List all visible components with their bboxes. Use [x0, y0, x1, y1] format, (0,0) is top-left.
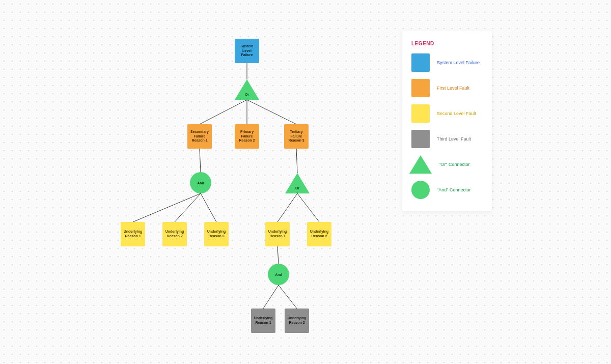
svg-line-5: [296, 149, 297, 173]
swatch-grey: [411, 130, 430, 148]
diagram-canvas[interactable]: System Level Failure Or Secondary Failur…: [0, 0, 611, 364]
and-gate-2[interactable]: And: [268, 264, 289, 285]
svg-line-13: [279, 285, 297, 309]
legend-label: "And" Connector: [437, 187, 470, 192]
node-second-a2[interactable]: Underlying Reason 2: [162, 222, 187, 246]
legend-item-first: First Level Fault: [411, 79, 483, 97]
legend-label: System Level Failure: [437, 60, 480, 65]
legend-item-third: Third Level Fault: [411, 130, 483, 148]
triangle-icon: [409, 155, 432, 174]
svg-line-8: [201, 193, 216, 222]
triangle-icon: [235, 79, 259, 100]
node-system-level-failure[interactable]: System Level Failure: [235, 39, 259, 63]
node-label: Underlying Reason 1: [123, 230, 143, 239]
node-label: Underlying Reason 1: [267, 230, 288, 239]
node-fault-3[interactable]: Tertiary Failure Reason 3: [284, 124, 309, 149]
node-third-c2[interactable]: Underlying Reason 2: [285, 309, 309, 333]
svg-line-1: [200, 100, 247, 124]
triangle-icon: [285, 173, 310, 193]
node-second-a1[interactable]: Underlying Reason 1: [121, 222, 145, 246]
svg-line-11: [277, 246, 279, 264]
legend-item-and: "And" Connector: [411, 181, 483, 199]
legend-panel: LEGEND System Level Failure First Level …: [402, 31, 492, 211]
node-label: System Level Failure: [237, 44, 257, 58]
node-label: Tertiary Failure Reason 3: [286, 130, 307, 143]
circle-icon: [411, 181, 430, 199]
node-label: Underlying Reason 2: [287, 316, 307, 325]
legend-item-or: "Or" Connector: [411, 155, 483, 174]
svg-line-9: [277, 193, 297, 222]
node-fault-1[interactable]: Secondary Failure Reason 1: [187, 124, 212, 149]
node-label: Underlying Reason 3: [206, 230, 227, 239]
legend-title: LEGEND: [411, 41, 483, 46]
gate-label: And: [275, 273, 282, 276]
node-second-a3[interactable]: Underlying Reason 3: [204, 222, 229, 246]
legend-label: "Or" Connector: [439, 162, 469, 167]
node-second-b2[interactable]: Underlying Reason 2: [307, 222, 331, 246]
node-third-c1[interactable]: Underlying Reason 1: [251, 309, 275, 333]
and-gate-1[interactable]: And: [190, 172, 211, 193]
or-gate-2[interactable]: Or: [285, 173, 310, 195]
node-label: Primary Failure Reason 2: [237, 130, 257, 143]
legend-item-second: Second Level Fault: [411, 104, 483, 123]
svg-line-3: [247, 100, 296, 124]
svg-line-10: [297, 193, 319, 222]
node-label: Underlying Reason 1: [253, 316, 273, 325]
node-label: Underlying Reason 2: [164, 230, 185, 239]
or-gate-1[interactable]: Or: [235, 79, 259, 102]
swatch-yellow: [411, 104, 430, 123]
gate-label: And: [197, 181, 204, 185]
swatch-blue: [411, 53, 430, 72]
node-second-b1[interactable]: Underlying Reason 1: [265, 222, 290, 246]
legend-label: Second Level Fault: [437, 111, 476, 116]
node-label: Underlying Reason 2: [309, 230, 329, 239]
node-fault-2[interactable]: Primary Failure Reason 2: [235, 124, 259, 149]
legend-label: Third Level Fault: [437, 136, 471, 142]
svg-line-4: [200, 149, 201, 172]
svg-line-6: [133, 193, 201, 222]
legend-item-system: System Level Failure: [411, 53, 483, 72]
svg-line-12: [263, 285, 279, 309]
legend-label: First Level Fault: [437, 86, 469, 91]
svg-line-7: [175, 193, 201, 222]
node-label: Secondary Failure Reason 1: [189, 130, 210, 143]
gate-label: Or: [295, 186, 299, 190]
swatch-orange: [411, 79, 430, 97]
gate-label: Or: [245, 93, 249, 96]
